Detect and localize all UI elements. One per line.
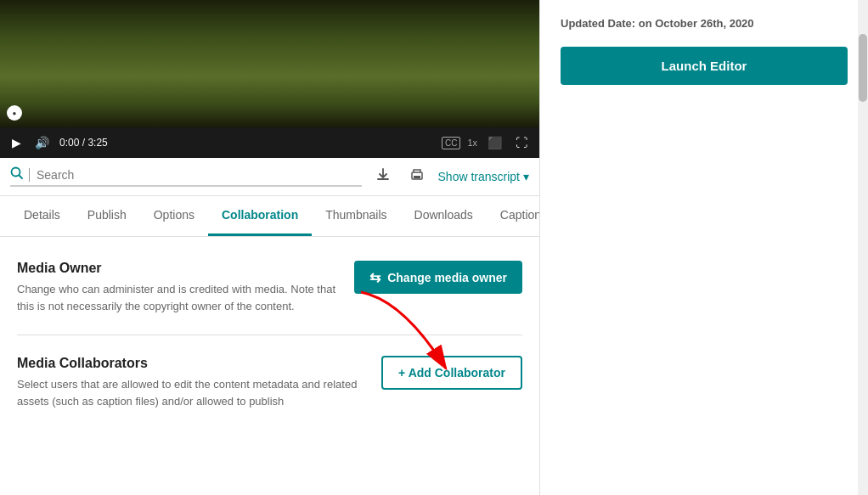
- tab-collaboration[interactable]: Collaboration: [208, 196, 312, 236]
- section-divider: [17, 335, 522, 335]
- search-input[interactable]: [37, 168, 189, 182]
- video-toolbar: Show transcript ▾: [0, 158, 539, 196]
- video-thumbnail: ●: [0, 0, 539, 127]
- media-collaborators-title: Media Collaborators: [17, 356, 364, 371]
- save-video-button[interactable]: ⬛: [484, 134, 505, 151]
- show-transcript-button[interactable]: Show transcript ▾: [438, 170, 529, 183]
- show-transcript-label: Show transcript: [438, 170, 520, 183]
- right-panel: Updated Date: on October 26th, 2020 Laun…: [539, 0, 868, 495]
- tab-options[interactable]: Options: [140, 196, 208, 236]
- updated-label: Updated Date:: [561, 17, 635, 30]
- launch-editor-button[interactable]: Launch Editor: [561, 47, 848, 85]
- scrollbar-thumb[interactable]: [859, 34, 867, 102]
- chevron-down-icon: ▾: [523, 170, 529, 183]
- download-button[interactable]: [370, 165, 396, 188]
- updated-value: on October 26th, 2020: [639, 17, 754, 30]
- print-button[interactable]: [404, 165, 430, 188]
- tab-publish[interactable]: Publish: [74, 196, 140, 236]
- svg-line-1: [20, 176, 23, 179]
- video-controls: ▶ 🔊 0:00 / 3:25 CC 1x ⬛ ⛶: [0, 127, 539, 158]
- media-owner-desc: Change who can administer and is credite…: [17, 281, 337, 314]
- updated-date: Updated Date: on October 26th, 2020: [561, 17, 848, 30]
- search-icon: [10, 166, 24, 183]
- transfer-icon: ⇆: [369, 269, 380, 285]
- media-owner-section: Media Owner Change who can administer an…: [17, 261, 522, 314]
- change-media-owner-button[interactable]: ⇆ Change media owner: [354, 261, 522, 294]
- search-area: [10, 166, 362, 187]
- tab-details[interactable]: Details: [10, 196, 74, 236]
- media-collaborators-desc: Select users that are allowed to edit th…: [17, 376, 364, 409]
- media-owner-title: Media Owner: [17, 261, 337, 276]
- add-collaborator-label: + Add Collaborator: [398, 366, 505, 380]
- tab-thumbnails[interactable]: Thumbnails: [312, 196, 400, 236]
- fullscreen-button[interactable]: ⛶: [512, 134, 531, 151]
- content-area: Media Owner Change who can administer an…: [0, 237, 539, 450]
- volume-button[interactable]: 🔊: [31, 134, 53, 151]
- svg-rect-3: [414, 176, 420, 178]
- scrollbar[interactable]: [858, 0, 868, 495]
- launch-editor-label: Launch Editor: [662, 59, 747, 73]
- media-collaborators-section: Media Collaborators Select users that ar…: [17, 356, 522, 409]
- time-display: 0:00 / 3:25: [59, 137, 108, 149]
- change-media-owner-label: Change media owner: [387, 271, 507, 284]
- speed-display: 1x: [467, 138, 477, 148]
- search-divider: [29, 168, 30, 182]
- add-collaborator-button[interactable]: + Add Collaborator: [381, 356, 522, 390]
- tabs-container: Details Publish Options Collaboration Th…: [0, 196, 539, 237]
- cc-badge: CC: [442, 137, 460, 149]
- tab-downloads[interactable]: Downloads: [401, 196, 487, 236]
- play-button[interactable]: ▶: [8, 134, 25, 151]
